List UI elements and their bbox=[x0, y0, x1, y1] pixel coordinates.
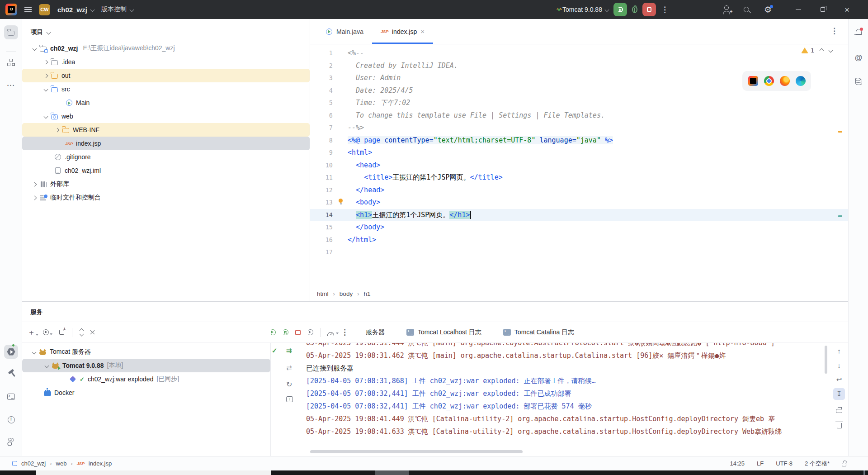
status-breadcrumbs[interactable]: ch02_wzj›web›index.jsp bbox=[12, 460, 112, 467]
build-toolwindow-button[interactable] bbox=[0, 372, 22, 373]
stop-button[interactable] bbox=[642, 3, 656, 16]
code-line-13[interactable]: 13 <body> bbox=[310, 196, 848, 209]
tree-item-out[interactable]: out bbox=[22, 69, 310, 82]
edge-browser-icon[interactable] bbox=[796, 76, 806, 86]
code-line-12[interactable]: 12 </head> bbox=[310, 184, 848, 197]
collapse-all-button[interactable] bbox=[91, 329, 94, 336]
rerun-button[interactable] bbox=[613, 3, 627, 16]
problems-toolwindow-button[interactable] bbox=[0, 416, 22, 423]
code-line-8[interactable]: 8<%@ page contentType="text/html;charset… bbox=[310, 134, 848, 147]
debug-button[interactable] bbox=[632, 6, 637, 13]
tree-item-src[interactable]: src bbox=[22, 82, 310, 96]
deployment-status-button[interactable] bbox=[327, 332, 334, 336]
writable-lock-icon[interactable] bbox=[842, 463, 846, 466]
scroll-up-button[interactable]: ↑ bbox=[833, 345, 845, 356]
soft-wrap-button[interactable]: ↩ bbox=[833, 374, 845, 385]
line-separator-widget[interactable]: LF bbox=[757, 460, 764, 467]
chevron-down-icon[interactable] bbox=[32, 350, 37, 354]
scroll-to-end-button[interactable]: ↧ bbox=[833, 388, 845, 400]
tree-item-外部库[interactable]: 外部库 bbox=[22, 177, 310, 191]
open-in-new-tab-button[interactable] bbox=[59, 330, 64, 335]
encoding-widget[interactable]: UTF-8 bbox=[776, 460, 793, 467]
prev-warning-icon[interactable] bbox=[819, 48, 824, 53]
stop-server-button[interactable] bbox=[295, 330, 301, 335]
tree-item-WEB-INF[interactable]: WEB-INF bbox=[22, 123, 310, 137]
more-log-actions-button[interactable]: ⋮ bbox=[341, 328, 349, 337]
connect-button[interactable]: ⇄ bbox=[286, 364, 292, 372]
export-button[interactable]: ↓ bbox=[286, 396, 293, 402]
code-line-10[interactable]: 10 <head> bbox=[310, 159, 848, 172]
code-line-16[interactable]: 16</html> bbox=[310, 234, 848, 247]
more-toolwindows-button[interactable]: ··· bbox=[0, 81, 22, 89]
project-toolwindow-button[interactable] bbox=[0, 25, 22, 39]
log-tab-Tomcat Localhost 日志[interactable]: Tomcat Localhost 日志 bbox=[406, 328, 493, 337]
search-everywhere-icon[interactable] bbox=[744, 7, 749, 12]
scroll-down-button[interactable]: ↓ bbox=[833, 359, 845, 371]
next-warning-icon[interactable] bbox=[828, 48, 833, 53]
add-service-button[interactable]: ＋ bbox=[28, 328, 35, 336]
log-tab-服务器[interactable]: 服务器 bbox=[366, 328, 396, 337]
code-line-7[interactable]: 7--%> bbox=[310, 122, 848, 134]
tree-item-Main[interactable]: Main bbox=[22, 96, 310, 109]
chevron-right-icon[interactable] bbox=[55, 128, 60, 132]
tree-item-ch02_wzj[interactable]: ch02_wzjE:\王振江idea\javaweb\ch02_wzj bbox=[22, 42, 310, 55]
project-badge[interactable]: CW bbox=[39, 4, 50, 15]
project-panel-header[interactable]: 项目 bbox=[22, 19, 310, 42]
chevron-right-icon[interactable] bbox=[33, 195, 37, 200]
caret-position-widget[interactable]: 14:25 bbox=[730, 460, 745, 467]
log-vertical-scrollbar[interactable] bbox=[825, 346, 827, 374]
code-line-14[interactable]: 14 <h1>王振江的第1个JSP网页。</h1> bbox=[310, 209, 848, 222]
terminal-toolwindow-button[interactable] bbox=[0, 394, 22, 400]
code-line-2[interactable]: 2 Created by IntelliJ IDEA. bbox=[310, 60, 848, 72]
chevron-right-icon[interactable] bbox=[44, 73, 48, 78]
window-restore-button[interactable] bbox=[821, 7, 825, 12]
tree-item-临时文件和控制台[interactable]: 临时文件和控制台 bbox=[22, 191, 310, 204]
indent-widget[interactable]: 2 个空格* bbox=[805, 460, 830, 468]
log-tab-Tomcat Catalina 日志[interactable]: Tomcat Catalina 日志 bbox=[503, 328, 586, 337]
tree-item-ch02_wzj:war exploded[interactable]: ch02_wzj:war exploded [已同步] bbox=[22, 372, 270, 386]
tree-item-Tomcat 9.0.88[interactable]: Tomcat 9.0.88 [本地] bbox=[22, 359, 270, 372]
code-line-15[interactable]: 15 </body> bbox=[310, 221, 848, 234]
chevron-right-icon[interactable] bbox=[33, 182, 37, 186]
window-minimize-button[interactable] bbox=[796, 10, 801, 10]
restart-server-button[interactable] bbox=[307, 329, 313, 335]
database-toolwindow-button[interactable] bbox=[849, 78, 868, 85]
code-line-6[interactable]: 6 To change this template use File | Set… bbox=[310, 109, 848, 122]
more-actions-button[interactable]: ⋮ bbox=[661, 5, 669, 14]
run-configuration-selector[interactable]: Tomcat 9.0.88 bbox=[559, 6, 609, 13]
code-editor[interactable]: 1<%--2 Created by IntelliJ IDEA.3 User: … bbox=[310, 45, 848, 286]
chrome-browser-icon[interactable] bbox=[764, 76, 774, 86]
git-toolwindow-button[interactable] bbox=[0, 438, 22, 446]
view-options-button[interactable] bbox=[43, 329, 49, 335]
close-tab-icon[interactable] bbox=[420, 28, 425, 35]
window-close-button[interactable]: × bbox=[844, 5, 849, 14]
tree-item-.idea[interactable]: .idea bbox=[22, 55, 310, 69]
services-toolwindow-button[interactable] bbox=[0, 345, 22, 359]
code-line-5[interactable]: 5 Time: 下午7:02 bbox=[310, 97, 848, 109]
vcs-menu[interactable]: 版本控制 bbox=[101, 5, 133, 14]
clear-log-button[interactable] bbox=[833, 419, 845, 431]
deploy-button[interactable]: ⇉ bbox=[286, 347, 292, 355]
editor-options-button[interactable]: ⋮ bbox=[830, 26, 838, 36]
refresh-button[interactable]: ↻ bbox=[286, 380, 292, 389]
server-log-output[interactable]: 05-Apr-2025 19:08:31.444 淇℃伅 [main] org.… bbox=[298, 343, 831, 450]
tree-item-.gitignore[interactable]: .gitignore bbox=[22, 150, 310, 164]
status-breadcrumb-index.jsp[interactable]: index.jsp bbox=[89, 460, 112, 467]
chevron-right-icon[interactable] bbox=[44, 60, 48, 64]
project-switcher[interactable]: ch02_wzj bbox=[57, 6, 94, 14]
code-line-9[interactable]: 9<html> bbox=[310, 147, 848, 159]
tree-item-Docker[interactable]: Docker bbox=[22, 386, 270, 399]
notifications-button[interactable] bbox=[849, 29, 868, 34]
main-menu-icon[interactable] bbox=[24, 7, 32, 8]
log-horizontal-scrollbar[interactable] bbox=[310, 450, 523, 453]
print-button[interactable] bbox=[833, 404, 845, 416]
expand-all-button[interactable] bbox=[80, 329, 83, 336]
editor-tab-index.jsp[interactable]: index.jsp bbox=[372, 19, 433, 44]
ai-assistant-button[interactable]: @ bbox=[849, 53, 868, 62]
tree-item-ch02_wzj.iml[interactable]: ch02_wzj.iml bbox=[22, 164, 310, 177]
tree-item-index.jsp[interactable]: index.jsp bbox=[22, 137, 310, 150]
editor-tab-Main.java[interactable]: Main.java bbox=[316, 19, 372, 44]
intention-bulb-icon[interactable] bbox=[339, 199, 343, 203]
structure-toolwindow-button[interactable] bbox=[0, 59, 22, 66]
chevron-down-icon[interactable] bbox=[33, 46, 37, 51]
